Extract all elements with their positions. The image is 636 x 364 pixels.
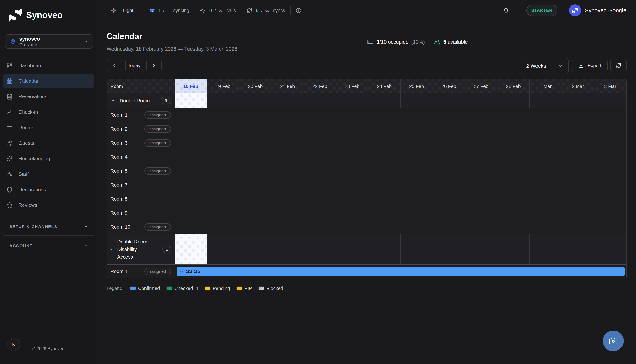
legend-label: Checked In [174, 286, 198, 291]
location-city: Da Nang [19, 42, 84, 48]
sidebar-item-staff[interactable]: Staff [3, 167, 94, 182]
sidebar-item-declarations[interactable]: Declarations [3, 182, 94, 197]
day-header-12[interactable]: 2 Mar [562, 80, 594, 93]
bell-icon[interactable] [503, 7, 509, 14]
syncs-count: 0 [256, 8, 259, 13]
sidebar-item-housekeeping[interactable]: Housekeeping [3, 151, 94, 166]
sidebar-item-check-in[interactable]: Check-in [3, 104, 94, 120]
users-icon [7, 140, 13, 146]
group-day-cell [400, 234, 433, 264]
google-sync-status[interactable]: G 1/1 syncing [150, 8, 189, 13]
location-selector[interactable]: synoveo Da Nang [5, 34, 93, 49]
room-day-area[interactable] [175, 164, 626, 178]
date-range: Wednesday, 18 February 2026 — Tuesday, 3… [107, 46, 626, 52]
plan-badge-label: STARTER [531, 8, 553, 13]
sidebar-item-label: Check-in [19, 109, 38, 115]
sidebar-item-reservations[interactable]: Reservations [3, 89, 94, 104]
day-header-5[interactable]: 23 Feb [336, 80, 368, 93]
refresh-icon [247, 8, 252, 13]
sidebar-item-label: Dashboard [19, 62, 43, 68]
star-icon [7, 202, 13, 208]
plan-badge[interactable]: STARTER [526, 5, 558, 16]
sidebar-section-account[interactable]: ACCOUNT [3, 240, 94, 251]
divider [520, 6, 520, 15]
sidebar-item-guests[interactable]: Guests [3, 136, 94, 150]
day-header-2[interactable]: 20 Feb [239, 80, 271, 93]
room-day-area[interactable] [175, 108, 626, 122]
group-label-cell[interactable]: Double Room 9 [107, 93, 175, 108]
day-header-11[interactable]: 1 Mar [530, 80, 562, 93]
info-icon[interactable] [296, 8, 301, 13]
room-day-area[interactable] [175, 192, 626, 206]
theme-toggle[interactable]: Light [111, 8, 133, 14]
refresh-button[interactable] [610, 60, 626, 71]
calendar-grid: Room18 Feb19 Feb20 Feb21 Feb22 Feb23 Feb… [107, 79, 627, 278]
room-label-cell[interactable]: Room 5 assigned [107, 164, 175, 178]
avatar[interactable] [569, 4, 581, 16]
infinity-icon: ∞ [219, 7, 223, 14]
room-day-area[interactable]: SS SS [175, 265, 626, 278]
room-day-area[interactable] [175, 122, 626, 136]
room-label-cell[interactable]: Room 9 [107, 206, 175, 220]
today-button[interactable]: Today [125, 60, 143, 71]
group-count-badge: 9 [161, 97, 171, 104]
sidebar-item-calendar[interactable]: Calendar [3, 74, 94, 88]
day-header-1[interactable]: 19 Feb [207, 80, 239, 93]
prev-button[interactable] [107, 60, 122, 71]
day-header-3[interactable]: 21 Feb [271, 80, 304, 93]
range-select[interactable]: 2 Weeks [521, 58, 569, 74]
room-label-cell[interactable]: Room 7 [107, 178, 175, 192]
drag-handle-icon[interactable] [180, 270, 183, 274]
day-header-8[interactable]: 26 Feb [433, 80, 465, 93]
day-header-4[interactable]: 22 Feb [304, 80, 336, 93]
room-label-cell[interactable]: Room 3 assigned [107, 136, 175, 150]
room-day-area[interactable] [175, 136, 626, 150]
day-header-0[interactable]: 18 Feb [175, 80, 207, 93]
group-day-cell [336, 93, 368, 108]
divider [241, 6, 241, 15]
group-count-badge: 1 [162, 246, 171, 253]
group-day-cell [239, 234, 271, 264]
reservation-bar[interactable]: SS SS [176, 266, 625, 276]
sidebar-item-reviews[interactable]: Reviews [3, 198, 94, 212]
day-header-7[interactable]: 25 Feb [400, 80, 433, 93]
room-day-area[interactable] [175, 220, 626, 234]
room-day-area[interactable] [175, 178, 626, 192]
group-day-cell [271, 234, 304, 264]
infinity-icon: ∞ [265, 7, 269, 14]
day-header-9[interactable]: 27 Feb [465, 80, 497, 93]
chevron-up-icon [110, 248, 113, 251]
room-day-area[interactable] [175, 150, 626, 164]
room-row: Room 8 [107, 192, 626, 206]
section-label: SETUP & CHANNELS [10, 224, 57, 229]
legend-swatch-pending [205, 286, 211, 290]
room-label-cell[interactable]: Room 4 [107, 150, 175, 164]
room-label-cell[interactable]: Room 1 assigned [107, 108, 175, 122]
next-button[interactable] [146, 60, 162, 71]
shield-icon [7, 186, 13, 193]
sidebar-item-dashboard[interactable]: Dashboard [3, 58, 94, 73]
group-day-cell [368, 234, 400, 264]
day-header-6[interactable]: 24 Feb [368, 80, 400, 93]
screenshot-fab[interactable] [603, 330, 624, 351]
export-button[interactable]: Export [572, 60, 608, 71]
room-label-cell[interactable]: Room 8 [107, 192, 175, 206]
group-day-cell [433, 93, 465, 108]
room-label-cell[interactable]: Room 2 assigned [107, 122, 175, 136]
sidebar-item-rooms[interactable]: Rooms [3, 120, 94, 135]
legend: Legend: Confirmed Checked In Pending VIP… [107, 285, 626, 291]
sidebar-item-label: Declarations [19, 187, 46, 192]
day-header-13[interactable]: 3 Mar [594, 80, 626, 93]
room-label-cell[interactable]: Room 1 assigned [107, 265, 175, 278]
account-name[interactable]: Synoveo Google... [585, 8, 631, 14]
sidebar-section-setup-channels[interactable]: SETUP & CHANNELS [3, 221, 94, 232]
room-name: Room 3 [110, 140, 144, 146]
group-day-cell [239, 93, 271, 108]
legend-swatch-blocked [258, 286, 264, 290]
day-header-10[interactable]: 28 Feb [497, 80, 529, 93]
room-label-cell[interactable]: Room 10 assigned [107, 220, 175, 234]
room-name: Room 2 [110, 126, 144, 132]
room-day-area[interactable] [175, 206, 626, 220]
sidebar-item-label: Reservations [19, 94, 47, 100]
group-label-cell[interactable]: Double Room - Disability Access 1 [107, 234, 175, 264]
